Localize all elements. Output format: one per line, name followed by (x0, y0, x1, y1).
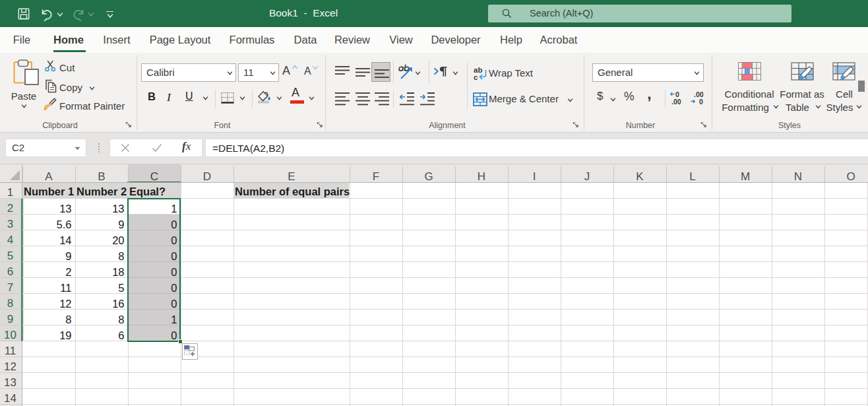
svg-text:c: c (474, 73, 478, 81)
